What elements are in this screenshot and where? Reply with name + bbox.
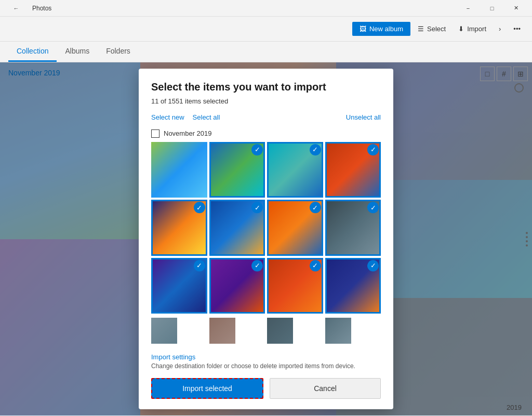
import-label: Import — [467, 25, 486, 33]
photo-grid: ✓ ✓ ✓ ✓ ✓ ✓ ✓ ✓ ✓ ✓ ✓ — [151, 142, 381, 318]
more-icon: ••• — [513, 25, 521, 33]
back-button[interactable]: ← — [4, 0, 28, 17]
check-badge-5: ✓ — [194, 202, 205, 213]
select-label: Select — [427, 25, 446, 33]
back-icon: ← — [14, 5, 19, 11]
cancel-button[interactable]: Cancel — [270, 378, 381, 399]
check-badge-10: ✓ — [251, 260, 263, 271]
main-content: November 2019 □ # ⊞ 2019 Select the item… — [0, 62, 532, 415]
title-bar: ← Photos − □ ✕ — [0, 0, 532, 17]
dialog-header: Select the items you want to import 11 o… — [139, 69, 393, 111]
photo-cell-2[interactable]: ✓ — [209, 142, 265, 198]
app-title: Photos — [32, 5, 51, 12]
partial-photo-14[interactable] — [209, 318, 235, 344]
new-album-button[interactable]: 🖼 New album — [352, 22, 410, 36]
tab-folders[interactable]: Folders — [98, 42, 139, 62]
unselect-all-button[interactable]: Unselect all — [346, 113, 381, 121]
import-settings: Import settings Change destination folde… — [139, 348, 393, 372]
select-new-button[interactable]: Select new — [151, 113, 184, 121]
tab-collection[interactable]: Collection — [8, 42, 57, 62]
check-badge-9: ✓ — [194, 260, 205, 271]
title-bar-left: ← Photos — [4, 0, 51, 17]
partial-photo-15[interactable] — [267, 318, 293, 344]
select-all-button[interactable]: Select all — [193, 113, 220, 121]
photo-cell-8[interactable]: ✓ — [325, 200, 381, 256]
dialog-actions-top: Select new Select all Unselect all — [139, 111, 393, 125]
photo-cell-12[interactable]: ✓ — [325, 258, 381, 314]
group-checkbox[interactable] — [151, 129, 159, 138]
dialog-footer: Import selected Cancel — [139, 372, 393, 409]
photo-grid-partial — [151, 318, 381, 348]
photo-cell-7[interactable]: ✓ — [267, 200, 323, 256]
import-button[interactable]: ⬇ Import — [453, 22, 491, 36]
group-label-row: November 2019 — [151, 125, 381, 142]
app-toolbar: 🖼 New album ☰ Select ⬇ Import › ••• — [0, 17, 532, 42]
minimize-button[interactable]: − — [456, 0, 480, 17]
more-options-button[interactable]: ••• — [508, 22, 526, 36]
modal-overlay: Select the items you want to import 11 o… — [0, 62, 532, 415]
check-badge-2: ✓ — [251, 144, 263, 155]
photo-cell-5[interactable]: ✓ — [151, 200, 207, 256]
tab-albums[interactable]: Albums — [57, 42, 98, 62]
partial-photo-16[interactable] — [325, 318, 351, 344]
nav-tabs: Collection Albums Folders — [0, 42, 532, 62]
dialog-subtitle: 11 of 1551 items selected — [151, 97, 381, 105]
close-button[interactable]: ✕ — [504, 0, 528, 17]
dialog-title: Select the items you want to import — [151, 81, 381, 93]
check-badge-7: ✓ — [310, 202, 321, 213]
dialog-scroll-area[interactable]: November 2019 ✓ ✓ ✓ ✓ ✓ ✓ ✓ ✓ ✓ ✓ — [139, 125, 393, 348]
window-controls: − □ ✕ — [456, 0, 528, 17]
import-icon: ⬇ — [458, 25, 464, 33]
photo-cell-1[interactable] — [151, 142, 207, 198]
photo-cell-11[interactable]: ✓ — [267, 258, 323, 314]
import-settings-link[interactable]: Import settings — [151, 353, 195, 361]
photo-cell-3[interactable]: ✓ — [267, 142, 323, 198]
check-badge-4: ✓ — [367, 144, 379, 155]
group-label: November 2019 — [164, 129, 212, 137]
chevron-right-button[interactable]: › — [494, 22, 506, 36]
maximize-button[interactable]: □ — [480, 0, 504, 17]
import-dialog: Select the items you want to import 11 o… — [139, 69, 393, 410]
photo-cell-4[interactable]: ✓ — [325, 142, 381, 198]
select-icon: ☰ — [418, 25, 424, 33]
new-album-label: New album — [369, 25, 403, 33]
import-selected-button[interactable]: Import selected — [151, 378, 263, 399]
check-badge-11: ✓ — [310, 260, 321, 271]
check-badge-3: ✓ — [310, 144, 321, 155]
photo-cell-6[interactable]: ✓ — [209, 200, 265, 256]
partial-photo-13[interactable] — [151, 318, 177, 344]
check-badge-12: ✓ — [367, 260, 379, 271]
import-settings-desc: Change destination folder or choose to d… — [151, 362, 381, 370]
new-album-icon: 🖼 — [360, 25, 366, 33]
select-button[interactable]: ☰ Select — [413, 22, 451, 36]
photo-cell-9[interactable]: ✓ — [151, 258, 207, 314]
photo-cell-10[interactable]: ✓ — [209, 258, 265, 314]
